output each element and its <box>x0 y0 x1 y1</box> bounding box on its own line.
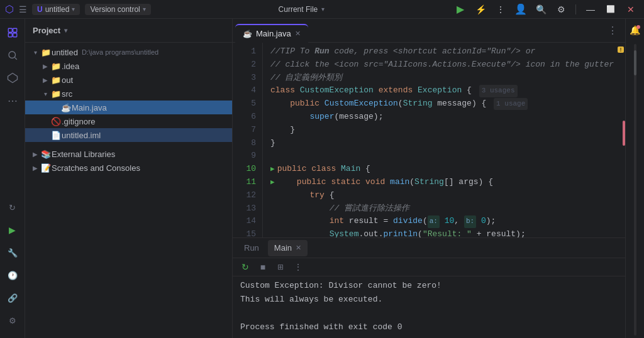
git-icon[interactable]: 🔗 <box>3 288 23 308</box>
output-area: Custom Exception: Divisor cannot be zero… <box>233 276 625 338</box>
editor-tab-main-java[interactable]: ☕ Main.java ✕ <box>235 24 308 43</box>
tab-label: Main.java <box>256 29 291 38</box>
root-path: D:\java programs\untitled <box>82 48 158 56</box>
profile-button[interactable]: 👤 <box>513 3 529 16</box>
tree-main-java[interactable]: ☕ Main.java <box>25 101 232 114</box>
scroll-thumb[interactable] <box>634 50 636 75</box>
line-num-1: 1 <box>233 45 256 58</box>
version-control-btn[interactable]: Version control ▾ <box>85 4 150 15</box>
project-arrow-icon: ▾ <box>72 6 75 13</box>
main-java-label: Main.java <box>72 103 107 112</box>
gitignore-label: .gitignore <box>62 117 95 126</box>
tree-root-untitled[interactable]: ▾ 📁 untitled D:\java programs\untitled <box>25 45 232 59</box>
idea-folder-icon: 📁 <box>50 62 62 71</box>
more-button[interactable]: ⋮ <box>492 3 509 16</box>
git-file-icon: 🚫 <box>50 117 62 126</box>
tools-icon[interactable]: 🔧 <box>3 243 23 263</box>
main-tab[interactable]: Main ✕ <box>268 240 308 256</box>
project-panel: Project ▾ ▾ 📁 untitled D:\java programs\… <box>25 19 233 338</box>
out-folder-icon: 📁 <box>50 75 62 85</box>
output-line-4: Process finished with exit code 0 <box>240 320 618 334</box>
tree-gitignore[interactable]: 🚫 .gitignore <box>25 114 232 128</box>
svg-marker-6 <box>8 74 17 83</box>
code-line-3: // 自定義例外類別 <box>270 72 608 85</box>
tree-iml[interactable]: 📄 untitled.iml <box>25 128 232 142</box>
out-expand-icon: ▶ <box>40 77 50 84</box>
root-folder-icon: 📁 <box>40 48 52 57</box>
iml-file-icon: 📄 <box>50 131 62 140</box>
code-line-14: int result = divide(a: 10, b: 0); <box>270 215 608 228</box>
tree-idea[interactable]: ▶ 📁 .idea <box>25 59 232 73</box>
line-num-5: 5 <box>233 97 256 111</box>
settings-side-icon[interactable]: ⚙ <box>3 310 23 330</box>
scroll-track <box>634 44 636 335</box>
main-tab-label: Main <box>274 243 292 253</box>
code-line-8: } <box>270 137 608 150</box>
output-line-2: This will always be executed. <box>240 293 618 307</box>
run-tab-label: Run <box>244 243 259 253</box>
editor-tabs: ☕ Main.java ✕ ⋮ <box>233 19 625 43</box>
run-button[interactable]: ▶ <box>452 3 469 16</box>
titlebar: ⬡ ☰ U untitled ▾ Version control ▾ Curre… <box>0 0 644 19</box>
tree-scratches[interactable]: ▶ 📝 Scratches and Consoles <box>25 161 232 175</box>
ext-expand-icon: ▶ <box>30 151 40 158</box>
app-icon: ⬡ <box>5 3 14 15</box>
code-line-13: // 嘗試進行除法操作 <box>270 202 608 215</box>
line-num-7: 7 <box>233 124 256 137</box>
project-header-arrow-icon: ▾ <box>64 27 67 34</box>
run-icon[interactable]: ▶ <box>3 220 23 240</box>
run-tab[interactable]: Run <box>238 240 265 256</box>
code-line-7: } <box>270 124 608 137</box>
code-line-11: ▶ public static void main(String[] args)… <box>270 176 608 189</box>
stop-button[interactable]: ■ <box>255 259 270 275</box>
run-gutter-11[interactable]: ▶ <box>270 177 275 188</box>
line-num-4: 4 <box>233 84 256 97</box>
tab-more-icon[interactable]: ⋮ <box>602 25 623 36</box>
bottom-more-button[interactable]: ⋮ <box>291 259 306 275</box>
hamburger-icon[interactable]: ☰ <box>19 4 27 14</box>
code-line-2: // click the <icon src="AllIcons.Actions… <box>270 58 608 72</box>
output-line-3 <box>240 307 618 320</box>
maximize-button[interactable]: ⬜ <box>602 3 619 16</box>
scratches-label: Scratches and Consoles <box>52 163 140 173</box>
svg-rect-1 <box>13 28 16 32</box>
files-icon[interactable] <box>3 23 23 43</box>
time-icon[interactable]: 🕐 <box>3 265 23 285</box>
editor-right-gutter: ! <box>615 43 625 237</box>
notification-panel[interactable]: 🔔 <box>625 19 644 338</box>
run-gutter-10[interactable]: ▶ <box>270 164 275 175</box>
plugins-icon[interactable] <box>3 68 23 88</box>
idea-expand-icon: ▶ <box>40 63 50 70</box>
more-tools-icon[interactable]: ⋯ <box>3 90 23 111</box>
main-layout: ⋯ ↻ ▶ 🔧 🕐 🔗 ⚙ Project ▾ ▾ 📁 untitled D:\… <box>0 19 644 338</box>
line-num-14: 14 <box>233 215 256 228</box>
settings-button[interactable]: ⚙ <box>553 3 569 16</box>
minimize-button[interactable]: — <box>582 3 599 16</box>
search-button[interactable]: 🔍 <box>533 3 549 16</box>
refresh-icon[interactable]: ↻ <box>3 197 23 217</box>
line-num-6: 6 <box>233 111 256 124</box>
svg-rect-2 <box>8 33 12 37</box>
svg-point-4 <box>9 52 16 58</box>
vc-arrow-icon: ▾ <box>143 6 146 13</box>
code-line-6: super(message); <box>270 111 608 124</box>
code-line-4: class CustomException extends Exception … <box>270 84 608 97</box>
tree-out[interactable]: ▶ 📁 out <box>25 73 232 87</box>
right-area: ☕ Main.java ✕ ⋮ 1 2 3 4 5 6 7 8 <box>233 19 625 338</box>
search-icon[interactable] <box>3 45 23 65</box>
close-button[interactable]: ✕ <box>623 3 639 16</box>
notification-bell-icon[interactable]: 🔔 <box>629 24 641 36</box>
tree-external-libraries[interactable]: ▶ 📚 External Libraries <box>25 147 232 161</box>
main-tab-close-icon[interactable]: ✕ <box>296 244 301 252</box>
scroll-position-indicator <box>623 121 625 146</box>
project-pill[interactable]: U untitled ▾ <box>32 4 80 15</box>
rerun-button[interactable]: ↻ <box>238 259 253 275</box>
plugin-button[interactable]: ⚡ <box>472 3 489 16</box>
vc-label: Version control <box>90 5 140 14</box>
filter-button[interactable]: ⊞ <box>273 259 288 275</box>
line-num-9: 9 <box>233 150 256 163</box>
code-content[interactable]: //TIP To Run code, press <shortcut actio… <box>263 43 615 237</box>
tree-src[interactable]: ▾ 📁 src <box>25 87 232 101</box>
tab-close-icon[interactable]: ✕ <box>295 30 301 38</box>
line-num-10: 10 <box>233 163 256 176</box>
